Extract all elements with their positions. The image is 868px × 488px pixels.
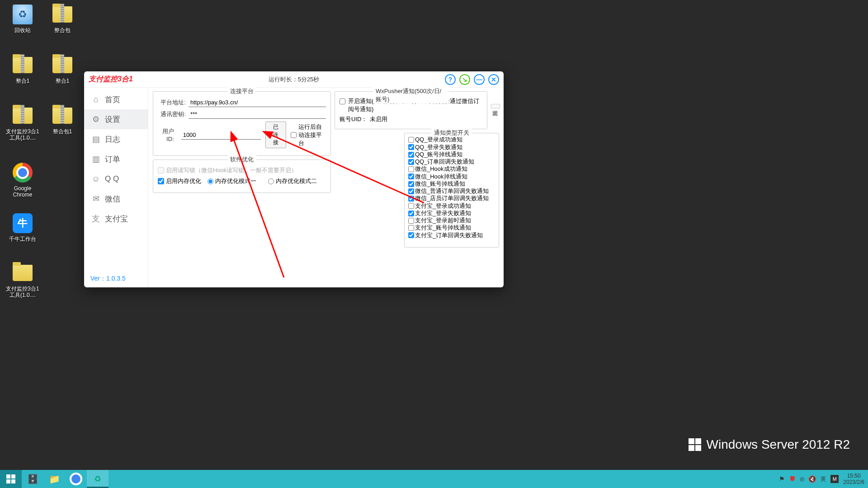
- close-button[interactable]: ✕: [488, 74, 499, 85]
- tray-flag-icon[interactable]: ⚑: [779, 475, 785, 483]
- notif-item[interactable]: 支付宝_订单回调失败通知: [407, 232, 496, 239]
- desktop-icon-folder[interactable]: 整合1: [45, 54, 80, 84]
- key-label: 通讯密钥:: [158, 110, 186, 118]
- taskbar-app[interactable]: ♻: [87, 470, 108, 488]
- nav-label: 设置: [105, 114, 120, 125]
- wxpusher-group: WxPusher通知(500次/日/账号) 开启通知(回调失败或账号掉线等情况会…: [335, 91, 487, 129]
- notif-checkbox[interactable]: [408, 159, 414, 165]
- connect-group: 连接平台 平台地址: 通讯密钥: 用户ID: 已连接: [153, 91, 331, 156]
- notif-item[interactable]: 微信_Hook掉线通知: [407, 173, 496, 180]
- key-input[interactable]: [189, 110, 326, 119]
- notif-label: 微信_账号掉线通知: [415, 180, 465, 188]
- mem-mode2-radio[interactable]: [268, 178, 274, 184]
- version-label: Ver：1.0.3.5: [84, 270, 148, 287]
- tray-button[interactable]: ↘: [459, 74, 470, 85]
- notif-item[interactable]: 微信_普通订单回调失败通知: [407, 188, 496, 195]
- desktop-icon-folder[interactable]: 整合包: [45, 4, 80, 33]
- notif-item[interactable]: 支付宝_账号掉线通知: [407, 224, 496, 231]
- mem-mode1-radio[interactable]: [208, 178, 213, 184]
- icon-label: 千牛工作台: [5, 236, 40, 242]
- desktop-icon-folder[interactable]: 支付监控3合1工具(1.0....: [5, 262, 40, 299]
- notif-checkbox[interactable]: [408, 152, 414, 158]
- group-title: 通知类型开关: [431, 129, 472, 137]
- ime-lang[interactable]: 英: [821, 475, 826, 483]
- notif-checkbox[interactable]: [408, 174, 414, 179]
- notif-group: 通知类型开关 QQ_登录成功通知QQ_登录失败通知QQ_账号掉线通知QQ_订单回…: [404, 133, 499, 248]
- nav-label: 日志: [105, 134, 120, 145]
- notif-checkbox[interactable]: [408, 232, 414, 238]
- uid-input[interactable]: [181, 131, 261, 140]
- title-bar[interactable]: 支付监控3合1 运行时长：5分25秒 ? ↘ — ✕: [84, 71, 504, 88]
- notif-checkbox[interactable]: [408, 203, 414, 209]
- notif-item[interactable]: QQ_登录失败通知: [407, 144, 496, 151]
- desktop-icon-folder[interactable]: 整合1: [5, 54, 40, 84]
- notif-item[interactable]: 微信_店员订单回调失败通知: [407, 195, 496, 202]
- taskbar-clock[interactable]: 15:50 2023/2/6: [843, 473, 864, 486]
- windows-logo-icon: [6, 474, 15, 483]
- optimize-group: 软件优化 启用读写锁（微信Hook读写锁，一般不需要开启） 启用内存优化: [153, 160, 331, 193]
- addr-input[interactable]: [189, 98, 326, 107]
- notif-item[interactable]: 支付宝_登录超时通知: [407, 217, 496, 224]
- notif-checkbox[interactable]: [408, 137, 414, 143]
- notif-item[interactable]: QQ_订单回调失败通知: [407, 158, 496, 165]
- nav-wechat[interactable]: ✉微信: [84, 189, 148, 209]
- nav-qq[interactable]: ☺Q Q: [84, 169, 148, 189]
- app-icon: 牛: [13, 213, 33, 233]
- notif-item[interactable]: 微信_Hook成功通知: [407, 165, 496, 173]
- tray-volume-icon[interactable]: 🔇: [808, 475, 816, 483]
- notif-checkbox[interactable]: [408, 188, 414, 194]
- notif-checkbox[interactable]: [408, 196, 414, 202]
- date-text: 2023/2/6: [843, 479, 864, 485]
- nav-settings[interactable]: ⚙设置: [84, 109, 148, 129]
- nav-alipay[interactable]: 支支付宝: [84, 209, 148, 229]
- icon-label: 整合1: [45, 78, 80, 84]
- notif-checkbox[interactable]: [408, 144, 414, 150]
- notif-checkbox[interactable]: [408, 211, 414, 216]
- time-text: 15:50: [843, 473, 864, 479]
- test-send-button[interactable]: 测试发送: [491, 104, 500, 108]
- notif-checkbox[interactable]: [408, 181, 414, 187]
- wx-enable-checkbox[interactable]: [340, 99, 345, 104]
- nav-home[interactable]: ⌂首页: [84, 89, 148, 109]
- mem-enable-label: 启用内存优化: [166, 177, 201, 185]
- notif-label: 微信_普通订单回调失败通知: [415, 188, 489, 195]
- notif-item[interactable]: 微信_账号掉线通知: [407, 180, 496, 188]
- desktop-icon-chrome[interactable]: Google Chrome: [5, 162, 40, 198]
- notif-item[interactable]: 支付宝_登录失败通知: [407, 210, 496, 217]
- qq-icon: ☺: [91, 174, 100, 184]
- alipay-icon: 支: [91, 213, 100, 224]
- help-button[interactable]: ?: [445, 74, 456, 85]
- desktop-icon-folder[interactable]: 整合包1: [45, 105, 80, 135]
- notif-item[interactable]: QQ_登录成功通知: [407, 136, 496, 143]
- start-button[interactable]: [0, 470, 22, 488]
- taskbar-server-manager[interactable]: 🗄️: [22, 470, 43, 488]
- nav-orders[interactable]: ▥订单: [84, 149, 148, 169]
- auto-connect-checkbox[interactable]: [291, 132, 297, 138]
- nav-log[interactable]: ▤日志: [84, 129, 148, 149]
- desktop-icon-folder[interactable]: 支付监控3合1工具(1.0....: [5, 105, 40, 141]
- notif-label: 支付宝_登录成功通知: [415, 202, 471, 210]
- tray-network-icon[interactable]: ⎚: [800, 475, 804, 483]
- icon-label: 支付监控3合1工具(1.0....: [5, 128, 40, 141]
- taskbar-explorer[interactable]: 📁: [43, 470, 65, 488]
- nav-label: Q Q: [105, 174, 119, 183]
- notif-item[interactable]: QQ_账号掉线通知: [407, 151, 496, 158]
- mem-mode2-label: 内存优化模式二: [276, 177, 317, 185]
- nav-label: 支付宝: [105, 214, 128, 224]
- taskbar-chrome[interactable]: [65, 470, 87, 488]
- tray-shield-icon[interactable]: ⛊: [789, 475, 796, 483]
- notif-checkbox[interactable]: [408, 166, 414, 172]
- group-title: WxPusher通知(500次/日/账号): [373, 87, 449, 103]
- connect-button[interactable]: 已连接: [265, 122, 287, 148]
- desktop-icon-recycle-bin[interactable]: 回收站: [5, 4, 40, 33]
- notif-label: QQ_登录成功通知: [415, 136, 462, 143]
- mem-enable-checkbox[interactable]: [158, 178, 164, 184]
- notif-checkbox[interactable]: [408, 225, 414, 231]
- desktop-icon-qianniu[interactable]: 牛 千牛工作台: [5, 212, 40, 242]
- minimize-button[interactable]: —: [474, 74, 485, 85]
- ime-mode[interactable]: M: [830, 475, 839, 483]
- notif-list[interactable]: QQ_登录成功通知QQ_登录失败通知QQ_账号掉线通知QQ_订单回调失败通知微信…: [407, 136, 496, 244]
- folder-icon: [52, 108, 72, 124]
- notif-checkbox[interactable]: [408, 218, 414, 224]
- notif-item[interactable]: 支付宝_登录成功通知: [407, 202, 496, 210]
